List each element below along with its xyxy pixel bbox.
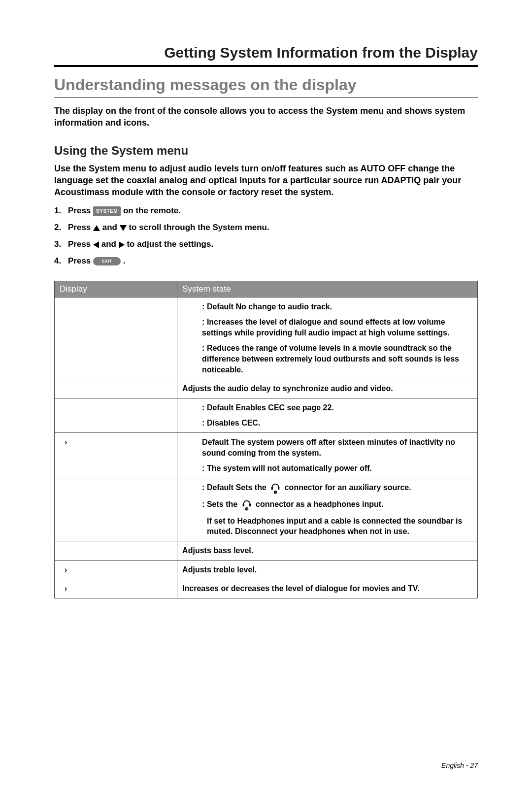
state-block: : Default Enables CEC see page 22.	[182, 402, 472, 413]
state-block: : Sets the connector as a headphones inp…	[182, 499, 472, 511]
state-block: : Default No change to audio track.	[182, 301, 472, 312]
arrow-down-icon	[120, 225, 127, 231]
state-block: Adjusts the audio delay to synchronize a…	[182, 383, 472, 394]
system-button-icon: SYSTEM	[93, 206, 121, 216]
step-text: to adjust the settings.	[125, 239, 213, 249]
table-row: ›Default The system powers off after six…	[55, 433, 478, 478]
state-block: : The system will not automatically powe…	[182, 463, 472, 474]
step-2: Press and to scroll through the System m…	[54, 222, 478, 233]
headphone-aux-icon	[242, 499, 252, 511]
page-footer: English - 27	[441, 761, 478, 769]
chapter-title: Getting System Information from the Disp…	[54, 44, 478, 67]
step-4: Press EXIT .	[54, 255, 478, 267]
state-block: : Disables CEC.	[182, 418, 472, 429]
step-text: Press	[68, 223, 93, 232]
step-text: Press	[68, 206, 93, 215]
intro-text: The display on the front of the console …	[54, 105, 478, 129]
state-block: Default The system powers off after sixt…	[182, 437, 472, 458]
table-cell-state: : Default Enables CEC see page 22.: Disa…	[177, 398, 478, 432]
step-1: Press SYSTEM on the remote.	[54, 205, 478, 217]
table-cell-display	[55, 379, 177, 398]
table-row: : Default Sets the connector for an auxi…	[55, 478, 478, 541]
table-row: Adjusts bass level.	[55, 541, 478, 560]
state-block: Adjusts treble level.	[182, 564, 472, 575]
table-cell-display: ›	[55, 560, 177, 579]
state-block: Increases or decreases the level of dial…	[182, 583, 472, 594]
state-block: : Increases the level of dialogue and so…	[182, 317, 472, 338]
table-cell-state: : Default Sets the connector for an auxi…	[177, 478, 478, 541]
section-title: Understanding messages on the display	[54, 76, 478, 98]
table-header-state: System state	[177, 281, 478, 297]
step-text: and	[100, 223, 120, 232]
arrow-right-icon	[119, 241, 125, 248]
table-cell-state: Adjusts bass level.	[177, 541, 478, 560]
steps-list: Press SYSTEM on the remote. Press and to…	[54, 205, 478, 266]
step-text: and	[99, 239, 119, 249]
table-row: ›Adjusts treble level.	[55, 560, 478, 579]
step-3: Press and to adjust the settings.	[54, 238, 478, 250]
display-table: Display System state : Default No change…	[54, 281, 478, 598]
table-cell-state: : Default No change to audio track.: Inc…	[177, 297, 478, 379]
state-block: : Default Sets the connector for an auxi…	[182, 482, 472, 494]
table-row: ›Increases or decreases the level of dia…	[55, 579, 478, 598]
state-block: Adjusts bass level.	[182, 545, 472, 556]
headphone-aux-icon	[270, 482, 280, 494]
table-cell-state: Default The system powers off after sixt…	[177, 433, 478, 478]
table-row: : Default No change to audio track.: Inc…	[55, 297, 478, 379]
step-text: Press	[68, 256, 93, 265]
arrow-up-icon	[93, 225, 100, 231]
table-row: Adjusts the audio delay to synchronize a…	[55, 379, 478, 398]
table-cell-display: ›	[55, 433, 177, 478]
arrow-left-icon	[93, 241, 99, 248]
exit-button-icon: EXIT	[93, 257, 121, 265]
step-text: Press	[68, 239, 93, 249]
state-block: : Reduces the range of volume levels in …	[182, 343, 472, 375]
step-text: to scroll through the System menu.	[127, 223, 269, 232]
table-cell-state: Adjusts the audio delay to synchronize a…	[177, 379, 478, 398]
step-text: on the remote.	[121, 206, 181, 215]
table-cell-state: Adjusts treble level.	[177, 560, 478, 579]
state-block: If set to Headphones input and a cable i…	[182, 516, 472, 537]
table-cell-display	[55, 541, 177, 560]
table-cell-state: Increases or decreases the level of dial…	[177, 579, 478, 598]
table-cell-display	[55, 398, 177, 432]
table-header-display: Display	[55, 281, 177, 297]
step-text: .	[121, 256, 125, 265]
subintro-text: Use the System menu to adjust audio leve…	[54, 163, 478, 198]
table-row: : Default Enables CEC see page 22.: Disa…	[55, 398, 478, 432]
subsection-title: Using the System menu	[54, 144, 478, 158]
table-cell-display: ›	[55, 579, 177, 598]
table-cell-display	[55, 297, 177, 379]
table-cell-display	[55, 478, 177, 541]
